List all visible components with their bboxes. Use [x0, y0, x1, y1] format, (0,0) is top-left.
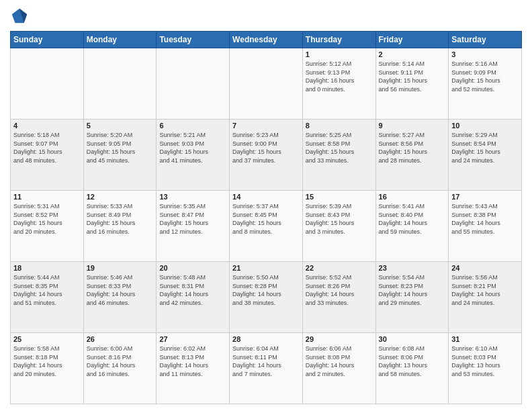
- calendar-cell: 20Sunrise: 5:48 AM Sunset: 8:31 PM Dayli…: [157, 262, 230, 333]
- day-info: Sunrise: 5:12 AM Sunset: 9:13 PM Dayligh…: [306, 60, 373, 93]
- day-number: 23: [379, 264, 446, 272]
- calendar-cell: 13Sunrise: 5:35 AM Sunset: 8:47 PM Dayli…: [157, 191, 230, 262]
- day-info: Sunrise: 5:58 AM Sunset: 8:18 PM Dayligh…: [13, 345, 81, 378]
- calendar-cell: 2Sunrise: 5:14 AM Sunset: 9:11 PM Daylig…: [375, 48, 449, 120]
- day-info: Sunrise: 5:41 AM Sunset: 8:40 PM Dayligh…: [379, 202, 446, 236]
- day-info: Sunrise: 5:56 AM Sunset: 8:21 PM Dayligh…: [451, 273, 519, 307]
- calendar-cell: [11, 48, 84, 120]
- logo-icon: [10, 7, 29, 26]
- day-info: Sunrise: 5:18 AM Sunset: 9:07 PM Dayligh…: [13, 131, 81, 165]
- calendar-cell: 19Sunrise: 5:46 AM Sunset: 8:33 PM Dayli…: [83, 262, 157, 333]
- day-info: Sunrise: 6:00 AM Sunset: 8:16 PM Dayligh…: [87, 345, 154, 378]
- calendar-cell: 3Sunrise: 5:16 AM Sunset: 9:09 PM Daylig…: [449, 48, 522, 120]
- day-number: 21: [232, 264, 300, 272]
- calendar-cell: 5Sunrise: 5:20 AM Sunset: 9:05 PM Daylig…: [83, 120, 157, 191]
- day-number: 30: [379, 335, 446, 343]
- day-info: Sunrise: 5:52 AM Sunset: 8:26 PM Dayligh…: [306, 273, 373, 307]
- calendar-day-header: Tuesday: [157, 32, 230, 48]
- calendar-cell: 22Sunrise: 5:52 AM Sunset: 8:26 PM Dayli…: [302, 262, 375, 333]
- day-info: Sunrise: 5:23 AM Sunset: 9:00 PM Dayligh…: [232, 131, 300, 165]
- day-number: 28: [232, 335, 300, 343]
- calendar-cell: 18Sunrise: 5:44 AM Sunset: 8:35 PM Dayli…: [11, 262, 84, 333]
- day-number: 3: [451, 50, 519, 58]
- calendar-cell: 6Sunrise: 5:21 AM Sunset: 9:03 PM Daylig…: [157, 120, 230, 191]
- day-info: Sunrise: 5:31 AM Sunset: 8:52 PM Dayligh…: [13, 202, 81, 236]
- day-info: Sunrise: 5:27 AM Sunset: 8:56 PM Dayligh…: [379, 131, 446, 165]
- day-info: Sunrise: 5:29 AM Sunset: 8:54 PM Dayligh…: [451, 131, 519, 165]
- calendar-day-header: Sunday: [11, 32, 84, 48]
- logo: [10, 7, 32, 26]
- day-number: 10: [451, 122, 519, 130]
- calendar-day-header: Friday: [375, 32, 449, 48]
- day-number: 22: [306, 264, 373, 272]
- day-info: Sunrise: 5:50 AM Sunset: 8:28 PM Dayligh…: [232, 273, 300, 307]
- day-number: 18: [13, 264, 81, 272]
- header: [10, 7, 522, 26]
- day-info: Sunrise: 5:35 AM Sunset: 8:47 PM Dayligh…: [159, 202, 226, 236]
- calendar-cell: [83, 48, 157, 120]
- calendar-week-row: 25Sunrise: 5:58 AM Sunset: 8:18 PM Dayli…: [11, 333, 522, 404]
- day-info: Sunrise: 5:33 AM Sunset: 8:49 PM Dayligh…: [87, 202, 154, 236]
- day-number: 11: [13, 193, 81, 201]
- day-number: 31: [451, 335, 519, 343]
- calendar-cell: 24Sunrise: 5:56 AM Sunset: 8:21 PM Dayli…: [449, 262, 522, 333]
- day-info: Sunrise: 5:43 AM Sunset: 8:38 PM Dayligh…: [451, 202, 519, 236]
- day-info: Sunrise: 5:39 AM Sunset: 8:43 PM Dayligh…: [306, 202, 373, 236]
- day-number: 26: [87, 335, 154, 343]
- day-info: Sunrise: 5:48 AM Sunset: 8:31 PM Dayligh…: [159, 273, 226, 307]
- day-number: 2: [379, 50, 446, 58]
- day-info: Sunrise: 6:08 AM Sunset: 8:06 PM Dayligh…: [379, 345, 446, 378]
- calendar-day-header: Wednesday: [230, 32, 303, 48]
- calendar-week-row: 18Sunrise: 5:44 AM Sunset: 8:35 PM Dayli…: [11, 262, 522, 333]
- day-number: 4: [13, 122, 81, 130]
- day-number: 12: [87, 193, 154, 201]
- day-info: Sunrise: 5:54 AM Sunset: 8:23 PM Dayligh…: [379, 273, 446, 307]
- day-number: 13: [159, 193, 226, 201]
- day-info: Sunrise: 5:14 AM Sunset: 9:11 PM Dayligh…: [379, 60, 446, 93]
- calendar-cell: 4Sunrise: 5:18 AM Sunset: 9:07 PM Daylig…: [11, 120, 84, 191]
- day-info: Sunrise: 5:20 AM Sunset: 9:05 PM Dayligh…: [87, 131, 154, 165]
- calendar-cell: [230, 48, 303, 120]
- day-info: Sunrise: 5:16 AM Sunset: 9:09 PM Dayligh…: [451, 60, 519, 93]
- calendar-day-header: Thursday: [302, 32, 375, 48]
- calendar-week-row: 4Sunrise: 5:18 AM Sunset: 9:07 PM Daylig…: [11, 120, 522, 191]
- calendar-cell: 17Sunrise: 5:43 AM Sunset: 8:38 PM Dayli…: [449, 191, 522, 262]
- day-number: 6: [159, 122, 226, 130]
- day-number: 16: [379, 193, 446, 201]
- day-number: 20: [159, 264, 226, 272]
- calendar-day-header: Saturday: [449, 32, 522, 48]
- day-info: Sunrise: 5:21 AM Sunset: 9:03 PM Dayligh…: [159, 131, 226, 165]
- day-number: 8: [306, 122, 373, 130]
- day-number: 29: [306, 335, 373, 343]
- day-number: 5: [87, 122, 154, 130]
- calendar-cell: 1Sunrise: 5:12 AM Sunset: 9:13 PM Daylig…: [302, 48, 375, 120]
- calendar-cell: 30Sunrise: 6:08 AM Sunset: 8:06 PM Dayli…: [375, 333, 449, 404]
- calendar-cell: 21Sunrise: 5:50 AM Sunset: 8:28 PM Dayli…: [230, 262, 303, 333]
- calendar-cell: 27Sunrise: 6:02 AM Sunset: 8:13 PM Dayli…: [157, 333, 230, 404]
- day-number: 7: [232, 122, 300, 130]
- calendar-cell: 28Sunrise: 6:04 AM Sunset: 8:11 PM Dayli…: [230, 333, 303, 404]
- day-number: 1: [306, 50, 373, 58]
- calendar-cell: 26Sunrise: 6:00 AM Sunset: 8:16 PM Dayli…: [83, 333, 157, 404]
- day-number: 27: [159, 335, 226, 343]
- calendar-cell: 8Sunrise: 5:25 AM Sunset: 8:58 PM Daylig…: [302, 120, 375, 191]
- calendar-day-header: Monday: [83, 32, 157, 48]
- day-info: Sunrise: 6:10 AM Sunset: 8:03 PM Dayligh…: [451, 345, 519, 378]
- calendar-cell: 10Sunrise: 5:29 AM Sunset: 8:54 PM Dayli…: [449, 120, 522, 191]
- calendar-cell: 16Sunrise: 5:41 AM Sunset: 8:40 PM Dayli…: [375, 191, 449, 262]
- calendar-cell: [157, 48, 230, 120]
- calendar-cell: 12Sunrise: 5:33 AM Sunset: 8:49 PM Dayli…: [83, 191, 157, 262]
- calendar-cell: 25Sunrise: 5:58 AM Sunset: 8:18 PM Dayli…: [11, 333, 84, 404]
- day-info: Sunrise: 6:06 AM Sunset: 8:08 PM Dayligh…: [306, 345, 373, 378]
- calendar-cell: 9Sunrise: 5:27 AM Sunset: 8:56 PM Daylig…: [375, 120, 449, 191]
- calendar-cell: 23Sunrise: 5:54 AM Sunset: 8:23 PM Dayli…: [375, 262, 449, 333]
- calendar-cell: 7Sunrise: 5:23 AM Sunset: 9:00 PM Daylig…: [230, 120, 303, 191]
- calendar-table: SundayMondayTuesdayWednesdayThursdayFrid…: [10, 31, 522, 404]
- calendar-cell: 11Sunrise: 5:31 AM Sunset: 8:52 PM Dayli…: [11, 191, 84, 262]
- calendar-header-row: SundayMondayTuesdayWednesdayThursdayFrid…: [11, 32, 522, 48]
- day-number: 25: [13, 335, 81, 343]
- day-info: Sunrise: 6:02 AM Sunset: 8:13 PM Dayligh…: [159, 345, 226, 378]
- day-number: 9: [379, 122, 446, 130]
- day-info: Sunrise: 5:37 AM Sunset: 8:45 PM Dayligh…: [232, 202, 300, 236]
- calendar-cell: 14Sunrise: 5:37 AM Sunset: 8:45 PM Dayli…: [230, 191, 303, 262]
